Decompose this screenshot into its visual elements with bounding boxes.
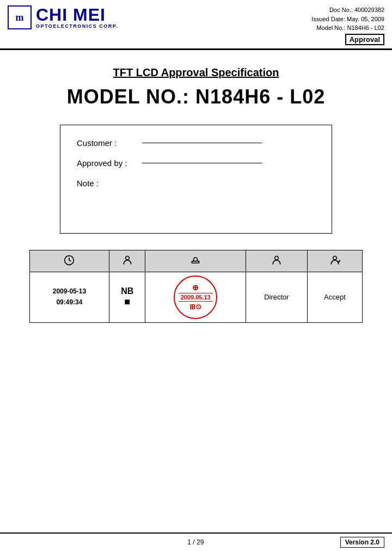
doc-details: Doc No.: 400029382 Issued Date: May. 05,… <box>311 5 384 33</box>
cell-accept: Accept <box>307 272 362 322</box>
model-title: MODEL NO.: N184H6 - L02 <box>22 85 370 108</box>
approval-table-wrapper: 2009-05-1309:49:34 NB ■ ⊕ 2009.05.13 <box>29 250 363 323</box>
svg-point-1 <box>125 256 129 260</box>
svg-rect-2 <box>192 261 199 262</box>
cell-nb: NB ■ <box>109 272 145 322</box>
note-label: Note : <box>77 179 315 188</box>
b-icon: ■ <box>124 296 130 307</box>
logo-sub-text: OPTOELECTRONICS CORP. <box>36 23 118 29</box>
page-header: m CHI MEI OPTOELECTRONICS CORP. Doc No.:… <box>0 0 392 50</box>
approval-badge: Approval <box>311 33 384 45</box>
nb-label: NB <box>121 286 133 296</box>
col-header-1 <box>30 250 109 272</box>
version-badge: Version 2.0 <box>340 537 384 548</box>
cell-director: Director <box>246 272 307 322</box>
page-footer: 1 / 29 Version 2.0 <box>0 532 392 551</box>
approval-box: Customer : Approved by : Note : <box>60 125 332 234</box>
logo-chimei-text: CHI MEI <box>36 6 118 23</box>
col-header-2 <box>109 250 145 272</box>
datetime-text: 2009-05-1309:49:34 <box>32 286 107 307</box>
stamp-top-icon: ⊕ <box>192 283 199 292</box>
model-no: Model No.: N184H6 - L02 <box>311 23 384 33</box>
approval-table: 2009-05-1309:49:34 NB ■ ⊕ 2009.05.13 <box>29 250 363 323</box>
approved-by-row: Approved by : <box>77 158 315 168</box>
title-section: TFT LCD Approval Specification MODEL NO.… <box>22 66 370 108</box>
cell-datetime: 2009-05-1309:49:34 <box>30 272 109 322</box>
svg-point-4 <box>333 256 337 260</box>
approved-by-line <box>142 163 262 163</box>
logo-m-icon: m <box>16 12 24 23</box>
approval-stamp: ⊕ 2009.05.13 ⊞⊙ <box>174 276 217 319</box>
customer-row: Customer : <box>77 138 315 148</box>
accept-label: Accept <box>324 293 346 301</box>
nb-content: NB ■ <box>112 286 143 308</box>
col-header-4 <box>246 250 307 272</box>
customer-label: Customer : <box>77 138 142 148</box>
approved-by-label: Approved by : <box>77 158 142 168</box>
spec-title: TFT LCD Approval Specification <box>22 66 370 79</box>
table-row: 2009-05-1309:49:34 NB ■ ⊕ 2009.05.13 <box>30 272 363 322</box>
logo-box-m: m <box>8 5 32 29</box>
stamp-bottom-icon: ⊞⊙ <box>189 303 201 311</box>
issued-date: Issued Date: May. 05, 2009 <box>311 15 384 24</box>
logo-area: m CHI MEI OPTOELECTRONICS CORP. <box>8 5 118 29</box>
col-header-3 <box>145 250 246 272</box>
doc-no: Doc No.: 400029382 <box>311 5 384 15</box>
stamp-date: 2009.05.13 <box>179 293 213 302</box>
cell-stamp: ⊕ 2009.05.13 ⊞⊙ <box>145 272 246 322</box>
main-content: TFT LCD Approval Specification MODEL NO.… <box>0 50 392 350</box>
director-label: Director <box>264 293 289 301</box>
logo-text: CHI MEI OPTOELECTRONICS CORP. <box>36 6 118 29</box>
header-doc-info: Doc No.: 400029382 Issued Date: May. 05,… <box>311 5 384 45</box>
page-number: 1 / 29 <box>51 538 340 546</box>
svg-point-3 <box>275 256 279 260</box>
table-header-row <box>30 250 363 272</box>
customer-line <box>142 143 262 143</box>
col-header-5 <box>307 250 362 272</box>
